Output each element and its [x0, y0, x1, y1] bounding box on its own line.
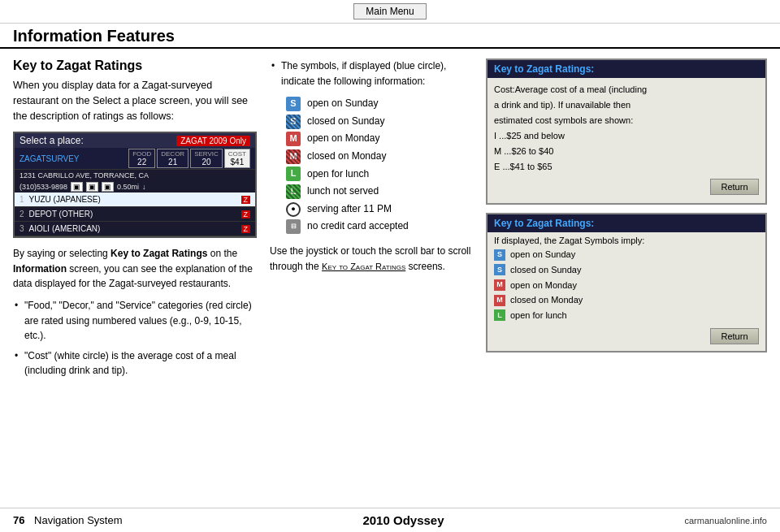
- info-screen-1-title: Key to Zagat Ratings:: [488, 60, 765, 78]
- screen2-closed-monday-label: closed on Monday: [510, 292, 583, 308]
- symbol-after-11pm: ● serving after 11 PM: [286, 201, 473, 218]
- open-sunday-icon: S: [286, 97, 301, 111]
- symbol-open-monday: M open on Monday: [286, 130, 473, 148]
- nav-screen-title: Select a place:: [20, 135, 84, 146]
- screen1-return-button[interactable]: Return: [710, 179, 759, 195]
- nav-list-item-2[interactable]: 2 DEPOT (OTHER) Z: [15, 207, 255, 222]
- open-sunday-label: open on Sunday: [307, 95, 378, 113]
- screen2-closed-sunday-label: closed on Sunday: [510, 262, 581, 278]
- score-boxes: FOOD22 DECOR21 SERVIC20 COST$41: [128, 149, 250, 168]
- page-title: Information Features: [13, 27, 175, 45]
- nav-item-zbadge-3: Z: [241, 225, 251, 233]
- screen2-return-button[interactable]: Return: [710, 328, 759, 344]
- screen2-closed-sunday-icon: S: [494, 264, 505, 275]
- screen2-open-lunch-label: open for lunch: [510, 308, 567, 323]
- footer-nav-label: Navigation System: [34, 514, 122, 526]
- symbol-open-sunday: S open on Sunday: [286, 95, 473, 113]
- footer-page-num: 76: [13, 514, 24, 526]
- closed-sunday-icon: S: [286, 115, 301, 129]
- symbol-lunch-not-served: L lunch not served: [286, 183, 473, 201]
- symbol-no-credit-card: ⊟ no credit card accepted: [286, 218, 473, 236]
- screen2-sym-closed-monday: M closed on Monday: [494, 292, 759, 308]
- left-column: Key to Zagat Ratings When you display da…: [13, 58, 257, 383]
- screen2-sym-open-lunch: L open for lunch: [494, 308, 759, 323]
- score-food: FOOD22: [128, 149, 155, 168]
- lunch-not-served-icon: L: [286, 184, 301, 199]
- nav-distance: 0.50mi: [117, 183, 139, 191]
- mid-bullet-intro: The symbols, if displayed (blue circle),…: [270, 58, 473, 89]
- screen2-open-sunday-icon: S: [494, 249, 505, 261]
- nav-screen: Select a place: ZAGAT 2009 Only ZAGATSUR…: [13, 132, 257, 238]
- survey-row: ZAGATSURVEY FOOD22 DECOR21 SERVIC20 COST…: [15, 148, 255, 170]
- nav-icon-box: ▣: [71, 182, 83, 192]
- scroll-note-end: screens.: [409, 261, 445, 272]
- nav-item-zbadge-2: Z: [241, 210, 251, 218]
- screen2-open-lunch-icon: L: [494, 309, 505, 321]
- no-credit-card-label: no credit card accepted: [307, 218, 409, 236]
- symbol-closed-sunday: S closed on Sunday: [286, 113, 473, 131]
- screen2-open-monday-label: open on Monday: [510, 278, 577, 293]
- footer-center: 2010 Odyssey: [362, 513, 444, 527]
- nav-screen-header: Select a place: ZAGAT 2009 Only: [15, 133, 255, 148]
- score-decor: DECOR21: [157, 149, 188, 168]
- nav-icon-box2: ▣: [86, 182, 98, 192]
- info-screen-2-body: If displayed, the Zagat Symbols imply: S…: [488, 232, 765, 350]
- nav-list-item-1[interactable]: 1 YUZU (JAPANESE) Z: [15, 192, 255, 207]
- screen1-line5: M ...$26 to $40: [494, 145, 759, 158]
- after-11pm-icon: ●: [286, 202, 301, 217]
- body-text: By saying or selecting Key to Zagat Rati…: [13, 246, 257, 292]
- nav-direction-icon: ↓: [142, 183, 146, 191]
- after-11pm-label: serving after 11 PM: [307, 201, 392, 218]
- symbol-open-lunch: L open for lunch: [286, 166, 473, 184]
- mid-column: The symbols, if displayed (blue circle),…: [270, 58, 473, 383]
- scroll-note: Use the joystick or touch the scroll bar…: [270, 244, 473, 274]
- info-screen-1-body: Cost:Average cost of a meal (including a…: [488, 78, 765, 203]
- footer-right: carmanualonline.info: [684, 516, 767, 526]
- screen2-sym-open-sunday: S open on Sunday: [494, 247, 759, 262]
- footer-left: 76 Navigation System: [13, 514, 122, 526]
- nav-item-text-3: AIOLI (AMERICAN): [29, 224, 241, 233]
- closed-monday-label: closed on Monday: [307, 148, 386, 166]
- zagat-badge: ZAGAT 2009 Only: [176, 136, 250, 146]
- screen2-intro: If displayed, the Zagat Symbols imply:: [494, 236, 759, 245]
- screen1-line2: a drink and tip). If unavailable then: [494, 98, 759, 112]
- closed-monday-icon: M: [286, 149, 301, 164]
- no-credit-card-icon: ⊟: [286, 219, 301, 234]
- bullet-2: "Cost" (white circle) is the average cos…: [13, 348, 257, 378]
- intro-text: When you display data for a Zagat-survey…: [13, 78, 257, 123]
- nav-item-num-1: 1: [20, 195, 24, 204]
- nav-item-num-3: 3: [20, 224, 24, 233]
- nav-address: 1231 CABRILLO AVE, TORRANCE, CA: [15, 170, 255, 181]
- key-to-zagat-link: Key to Zagat Ratings: [322, 262, 405, 271]
- nav-list-item-3[interactable]: 3 AIOLI (AMERICAN) Z: [15, 222, 255, 236]
- screen1-line6: E ...$41 to $65: [494, 160, 759, 174]
- score-cost: COST$41: [224, 149, 250, 168]
- screen2-open-sunday-label: open on Sunday: [510, 247, 575, 262]
- nav-item-zbadge-1: Z: [241, 196, 251, 204]
- score-service: SERVIC20: [190, 149, 223, 168]
- info-screen-1: Key to Zagat Ratings: Cost:Average cost …: [486, 58, 767, 205]
- lunch-not-served-label: lunch not served: [307, 183, 379, 201]
- zagat-survey-label: ZAGATSURVEY: [20, 154, 80, 163]
- screen2-sym-closed-sunday: S closed on Sunday: [494, 262, 759, 278]
- screen1-line4: I ...$25 and below: [494, 129, 759, 143]
- open-lunch-icon: L: [286, 167, 301, 181]
- info-screen-2-title: Key to Zagat Ratings:: [488, 214, 765, 232]
- bullet-1: "Food," "Decor," and "Service" categorie…: [13, 298, 257, 344]
- nav-item-num-2: 2: [20, 210, 24, 218]
- open-monday-icon: M: [286, 132, 301, 146]
- page-title-bar: Information Features: [0, 24, 780, 49]
- section-heading: Key to Zagat Ratings: [13, 58, 257, 73]
- screen2-open-monday-icon: M: [494, 279, 505, 291]
- symbol-closed-monday: M closed on Monday: [286, 148, 473, 166]
- nav-phone: (310)533-9898: [20, 183, 67, 191]
- screen2-sym-open-monday: M open on Monday: [494, 278, 759, 293]
- main-menu-button[interactable]: Main Menu: [353, 3, 426, 19]
- nav-item-text-2: DEPOT (OTHER): [29, 210, 241, 218]
- info-screen-2: Key to Zagat Ratings: If displayed, the …: [486, 213, 767, 352]
- nav-phone-row: (310)533-9898 ▣ ▣ ▣ 0.50mi ↓: [15, 181, 255, 192]
- nav-icon-box3: ▣: [102, 182, 114, 192]
- screen1-line1: Cost:Average cost of a meal (including: [494, 83, 759, 97]
- page-footer: 76 Navigation System 2010 Odyssey carman…: [0, 508, 780, 532]
- top-menu-bar: Main Menu: [0, 0, 780, 24]
